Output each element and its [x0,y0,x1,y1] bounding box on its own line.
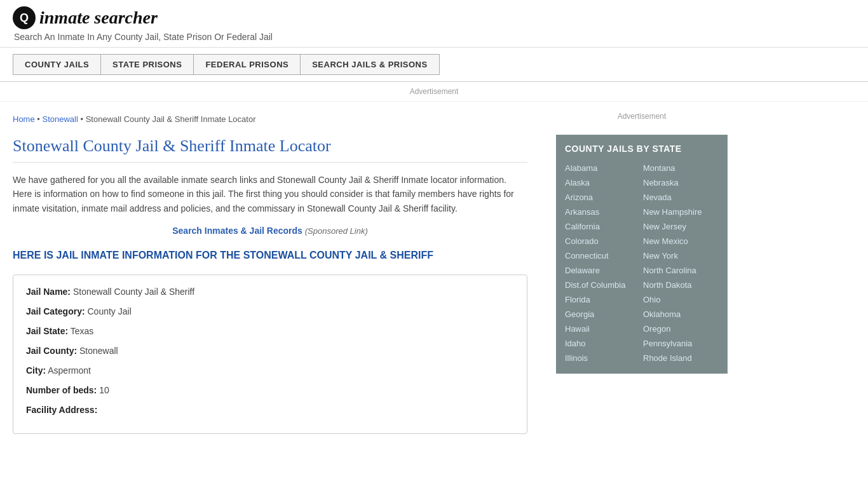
header: Q inmate searcher Search An Inmate In An… [0,0,868,48]
state-link[interactable]: Nebraska [643,176,719,189]
ad-sidebar-label: Advertisement [556,108,728,125]
state-link[interactable]: Hawaii [565,322,641,336]
state-link[interactable]: Illinois [565,351,641,365]
beds-label: Number of beds: [26,385,97,395]
nav-search[interactable]: SEARCH JAILS & PRISONS [300,54,439,75]
main-content: Home • Stonewall • Stonewall County Jail… [0,102,546,447]
beds-row: Number of beds: 10 [26,384,514,397]
state-link[interactable]: New Jersey [643,220,719,233]
main-layout: Home • Stonewall • Stonewall County Jail… [0,102,868,447]
state-link[interactable]: Colorado [565,234,641,248]
breadcrumb-sep2: • [80,114,85,124]
description: We have gathered for you all the availab… [13,173,527,215]
state-link[interactable]: Nevada [643,191,719,204]
jail-name-label: Jail Name: [26,287,71,297]
breadcrumb-home[interactable]: Home [13,114,35,124]
state-link[interactable]: Alaska [565,176,641,189]
logo-inmate: inmate [39,8,90,27]
state-link[interactable]: Connecticut [565,249,641,262]
sidebar: Advertisement COUNTY JAILS BY STATE Alab… [546,102,737,447]
jail-state-row: Jail State: Texas [26,325,514,338]
state-link[interactable]: California [565,220,641,233]
city-label: City: [26,365,46,376]
sponsored-link-area: Search Inmates & Jail Records (Sponsored… [13,226,527,236]
nav-state-prisons[interactable]: STATE PRISONS [100,54,194,75]
city-row: City: Aspermont [26,364,514,377]
address-label: Facility Address: [26,405,97,415]
state-link[interactable]: Pennsylvania [643,337,719,350]
jail-state-value: Texas [71,326,94,336]
section-heading: HERE IS JAIL INMATE INFORMATION FOR THE … [13,248,527,262]
ad-top-label: Advertisement [0,82,868,102]
jail-state-label: Jail State: [26,326,68,336]
sponsored-link[interactable]: Search Inmates & Jail Records [172,226,302,236]
state-link[interactable]: Alabama [565,161,641,175]
logo-area: Q inmate searcher [13,6,855,29]
state-link[interactable]: New Hampshire [643,205,719,219]
jail-name-row: Jail Name: Stonewall County Jail & Sheri… [26,285,514,299]
state-link[interactable]: Montana [643,161,719,175]
state-link[interactable]: Delaware [565,264,641,277]
jail-county-value: Stonewall [79,346,118,356]
logo-searcher: searcher [94,8,158,27]
beds-value: 10 [99,385,109,395]
jail-county-row: Jail County: Stonewall [26,344,514,358]
state-link[interactable]: Dist.of Columbia [565,278,641,292]
state-link[interactable]: Arkansas [565,205,641,219]
state-link[interactable]: Ohio [643,293,719,306]
jail-county-label: Jail County: [26,346,77,356]
page-title: Stonewall County Jail & Sheriff Inmate L… [13,137,527,163]
breadcrumb: Home • Stonewall • Stonewall County Jail… [13,114,527,124]
state-link[interactable]: Oregon [643,322,719,336]
county-jails-box: COUNTY JAILS BY STATE AlabamaMontanaAlas… [556,135,728,374]
city-value: Aspermont [48,365,91,376]
state-link[interactable]: Oklahoma [643,308,719,321]
address-row: Facility Address: [26,403,514,417]
state-link[interactable]: Georgia [565,308,641,321]
states-grid: AlabamaMontanaAlaskaNebraskaArizonaNevad… [565,161,719,365]
state-link[interactable]: North Dakota [643,278,719,292]
county-jails-title: COUNTY JAILS BY STATE [565,144,719,154]
jail-category-row: Jail Category: County Jail [26,305,514,318]
sponsored-label: (Sponsored Link) [305,226,368,236]
state-link[interactable]: Florida [565,293,641,306]
jail-category-value: County Jail [87,306,131,316]
breadcrumb-current: Stonewall County Jail & Sheriff Inmate L… [86,114,256,124]
nav-bar: COUNTY JAILS STATE PRISONS FEDERAL PRISO… [0,48,868,82]
state-link[interactable]: Rhode Island [643,351,719,365]
jail-name-value: Stonewall County Jail & Sheriff [73,287,194,297]
state-link[interactable]: New York [643,249,719,262]
state-link[interactable]: Arizona [565,191,641,204]
nav-federal-prisons[interactable]: FEDERAL PRISONS [193,54,301,75]
state-link[interactable]: Idaho [565,337,641,350]
state-link[interactable]: New Mexico [643,234,719,248]
tagline: Search An Inmate In Any County Jail, Sta… [14,32,855,42]
info-box: Jail Name: Stonewall County Jail & Sheri… [13,274,527,434]
logo-text: inmate searcher [39,8,158,28]
breadcrumb-stonewall[interactable]: Stonewall [42,114,78,124]
logo-icon: Q [13,6,36,29]
state-link[interactable]: North Carolina [643,264,719,277]
nav-county-jails[interactable]: COUNTY JAILS [13,54,101,75]
jail-category-label: Jail Category: [26,306,85,316]
